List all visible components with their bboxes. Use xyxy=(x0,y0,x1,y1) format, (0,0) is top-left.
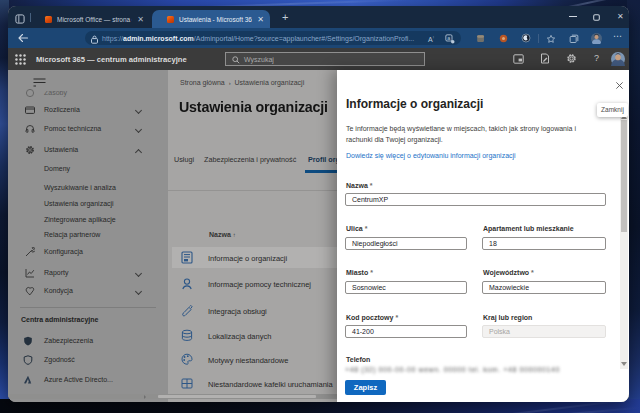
svg-text:a: a xyxy=(447,35,450,41)
